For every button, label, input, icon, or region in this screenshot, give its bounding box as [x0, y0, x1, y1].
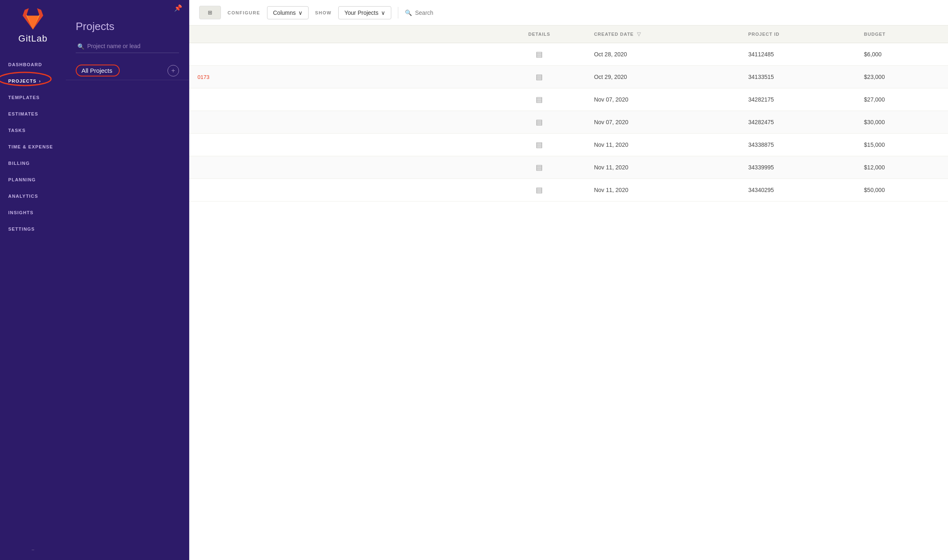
cell-details-1: ▤ [493, 66, 586, 88]
main-content: ⊞ CONFIGURE Columns ∨ SHOW Your Projects… [189, 0, 948, 560]
cell-name-4 [189, 134, 493, 156]
sidebar-item-billing[interactable]: BILLING [0, 155, 66, 171]
table-row: 0173 ▤ Oct 29, 2020 34133515 $23,000 [189, 66, 948, 88]
sidebar-item-planning[interactable]: PLANNING [0, 171, 66, 188]
sidebar-item-templates[interactable]: TEMPLATES [0, 89, 66, 106]
cell-created-date-2: Nov 07, 2020 [586, 88, 740, 111]
projects-table-container: DETAILS CREATED DATE ▽ PROJECT ID BUDGET [189, 25, 948, 560]
cell-created-date-5: Nov 11, 2020 [586, 156, 740, 179]
cell-budget-4: $15,000 [856, 134, 948, 156]
cell-details-5: ▤ [493, 156, 586, 179]
projects-label: PROJECTS [8, 79, 37, 83]
all-projects-button[interactable]: All Projects [76, 65, 120, 76]
projects-list-header: All Projects + [66, 60, 189, 80]
col-header-created-date: CREATED DATE ▽ [586, 25, 740, 43]
projects-panel-header: Projects 🔍 [66, 12, 189, 60]
toolbar-divider [398, 7, 398, 19]
table-row: ▤ Nov 11, 2020 34340295 $50,000 [189, 179, 948, 201]
cell-budget-3: $30,000 [856, 111, 948, 134]
add-project-button[interactable]: + [167, 65, 179, 76]
columns-chevron-icon: ∨ [298, 9, 302, 16]
toolbar-search-wrapper: 🔍 [405, 9, 938, 16]
sidebar-item-analytics[interactable]: ANALYTICS [0, 188, 66, 204]
cell-created-date-0: Oct 28, 2020 [586, 43, 740, 66]
cell-name-1: 0173 [189, 66, 493, 88]
details-icon-3[interactable]: ▤ [536, 118, 543, 127]
add-icon: + [171, 67, 175, 74]
details-icon-4[interactable]: ▤ [536, 140, 543, 149]
templates-label: TEMPLATES [8, 95, 40, 100]
sidebar-item-insights[interactable]: INSIGHTS [0, 204, 66, 221]
tasks-label: TASKS [8, 128, 26, 133]
cell-details-3: ▤ [493, 111, 586, 134]
project-link-1[interactable]: 0173 [198, 74, 209, 80]
sidebar-item-tasks[interactable]: TASKS [0, 122, 66, 139]
sidebar-footer: – [0, 540, 66, 560]
details-icon-2[interactable]: ▤ [536, 95, 543, 104]
cell-details-6: ▤ [493, 179, 586, 201]
pin-icon: 📌 [174, 4, 182, 12]
projects-panel-title: Projects [76, 20, 179, 33]
details-icon-5[interactable]: ▤ [536, 163, 543, 172]
estimates-label: ESTIMATES [8, 111, 38, 116]
insights-label: INSIGHTS [8, 210, 34, 215]
cell-details-2: ▤ [493, 88, 586, 111]
view-toggle-button[interactable]: ⊞ [199, 6, 221, 19]
cell-budget-0: $6,000 [856, 43, 948, 66]
cell-project-id-1: 34133515 [740, 66, 856, 88]
cell-budget-5: $12,000 [856, 156, 948, 179]
your-projects-label: Your Projects [344, 9, 379, 16]
cell-project-id-2: 34282175 [740, 88, 856, 111]
table-header-row: DETAILS CREATED DATE ▽ PROJECT ID BUDGET [189, 25, 948, 43]
toolbar-search-input[interactable] [415, 9, 497, 16]
cell-details-0: ▤ [493, 43, 586, 66]
cell-details-4: ▤ [493, 134, 586, 156]
details-icon-1[interactable]: ▤ [536, 72, 543, 81]
gitlab-label: GitLab [19, 33, 48, 44]
toolbar-search-icon: 🔍 [405, 9, 412, 16]
projects-search-input[interactable] [76, 39, 179, 53]
sidebar-item-estimates[interactable]: ESTIMATES [0, 106, 66, 122]
projects-search-icon: 🔍 [77, 43, 84, 50]
details-icon-6[interactable]: ▤ [536, 185, 543, 194]
all-projects-label: All Projects [76, 65, 120, 76]
columns-button[interactable]: Columns ∨ [267, 6, 309, 19]
col-header-project-id: PROJECT ID [740, 25, 856, 43]
dashboard-label: DASHBOARD [8, 62, 42, 67]
gitlab-logo[interactable]: GitLab [0, 0, 66, 52]
analytics-label: ANALYTICS [8, 194, 38, 199]
configure-label: CONFIGURE [228, 10, 260, 15]
col-header-name [189, 25, 493, 43]
table-row: ▤ Nov 11, 2020 34338875 $15,000 [189, 134, 948, 156]
col-header-budget: BUDGET [856, 25, 948, 43]
cell-project-id-5: 34339995 [740, 156, 856, 179]
columns-label: Columns [273, 9, 296, 16]
cell-name-6 [189, 179, 493, 201]
cell-name-0 [189, 43, 493, 66]
cell-created-date-4: Nov 11, 2020 [586, 134, 740, 156]
your-projects-button[interactable]: Your Projects ∨ [338, 6, 391, 19]
time-expense-label: TIME & EXPENSE [8, 144, 53, 149]
projects-table: DETAILS CREATED DATE ▽ PROJECT ID BUDGET [189, 25, 948, 201]
sidebar-navigation: DASHBOARD PROJECTS › TEMPLATES ESTIMATES… [0, 52, 66, 540]
planning-label: PLANNING [8, 177, 36, 182]
cell-created-date-6: Nov 11, 2020 [586, 179, 740, 201]
billing-label: BILLING [8, 161, 30, 166]
sidebar-item-projects[interactable]: PROJECTS › [0, 73, 66, 89]
main-toolbar: ⊞ CONFIGURE Columns ∨ SHOW Your Projects… [189, 0, 948, 25]
projects-panel: 📌 Projects 🔍 All Projects + [66, 0, 189, 560]
details-icon-0[interactable]: ▤ [536, 50, 543, 59]
col-header-details: DETAILS [493, 25, 586, 43]
sidebar-item-settings[interactable]: SETTINGS [0, 221, 66, 237]
sidebar: GitLab DASHBOARD PROJECTS › TEMPLATES ES… [0, 0, 66, 560]
sidebar-item-time-expense[interactable]: TIME & EXPENSE [0, 139, 66, 155]
filter-icon[interactable]: ▽ [637, 31, 641, 37]
cell-created-date-1: Oct 29, 2020 [586, 66, 740, 88]
sidebar-item-dashboard[interactable]: DASHBOARD [0, 56, 66, 73]
cell-name-5 [189, 156, 493, 179]
table-body: ▤ Oct 28, 2020 34112485 $6,000 0173 ▤ Oc… [189, 43, 948, 201]
table-row: ▤ Nov 07, 2020 34282175 $27,000 [189, 88, 948, 111]
cell-project-id-6: 34340295 [740, 179, 856, 201]
cell-project-id-3: 34282475 [740, 111, 856, 134]
cell-budget-6: $50,000 [856, 179, 948, 201]
